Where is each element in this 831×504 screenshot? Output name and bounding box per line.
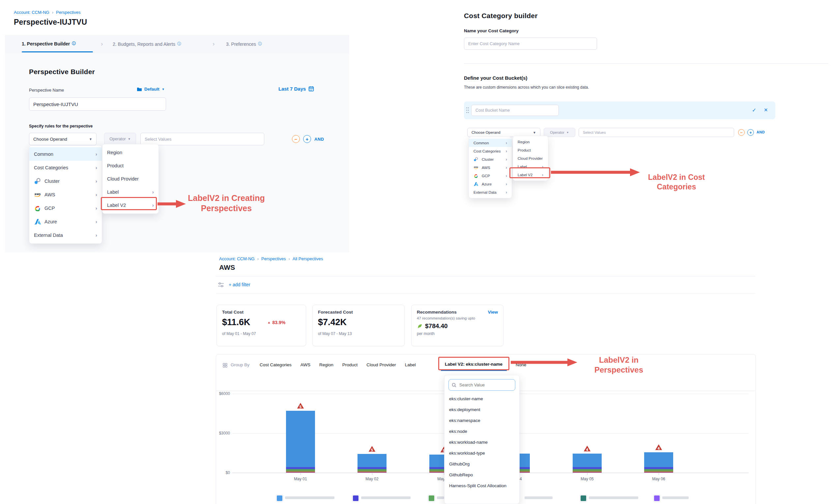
perspective-name-label: Perspective Name xyxy=(29,88,64,93)
submenu-item-cloud-provider[interactable]: Cloud Provider xyxy=(513,154,548,162)
tab-budgets-reports-alerts[interactable]: 2. Budgets, Reports and Alertsⓘ xyxy=(113,41,181,47)
menu-item-common[interactable]: Common› xyxy=(469,139,512,147)
value-option-eks-workload-name[interactable]: eks:workload-name xyxy=(445,437,519,448)
group-by-cloud-provider[interactable]: Cloud Provider xyxy=(366,362,396,367)
menu-item-cost-categories[interactable]: Cost Categories› xyxy=(469,147,512,155)
submenu-item-region[interactable]: Region xyxy=(103,146,159,159)
chevron-right-icon: › xyxy=(542,173,543,177)
menu-item-aws[interactable]: awsAWS› xyxy=(469,164,512,172)
chevron-right-icon: › xyxy=(506,157,507,162)
recommendations-subtitle: 47 recommendation(s) saving upto xyxy=(417,316,498,320)
submenu-item-label: Region xyxy=(518,140,529,144)
submenu-item-product[interactable]: Product xyxy=(513,146,548,154)
breadcrumb-all-perspectives-link[interactable]: All Perspectives xyxy=(293,256,323,261)
group-by-aws[interactable]: AWS xyxy=(300,362,310,367)
cc-operator-select[interactable]: Operator▼ xyxy=(544,128,575,137)
value-option-eks-deployment[interactable]: eks:deployment xyxy=(445,404,519,415)
group-by-label[interactable]: Label xyxy=(405,362,416,367)
value-option-githuborg[interactable]: GithubOrg xyxy=(445,458,519,469)
submenu-item-label[interactable]: Label› xyxy=(103,185,159,199)
card-title: Recommendations xyxy=(417,309,457,315)
bucket-name-input[interactable] xyxy=(471,105,559,116)
menu-item-label: External Data xyxy=(474,190,496,195)
breadcrumb-perspectives-link[interactable]: Perspectives xyxy=(261,256,286,261)
add-filter-button[interactable]: + add filter xyxy=(229,282,251,287)
menu-item-cluster[interactable]: Cluster› xyxy=(469,155,512,164)
search-value-field[interactable] xyxy=(449,379,515,391)
breadcrumb-perspectives-link[interactable]: Perspectives xyxy=(56,10,80,15)
value-option-eks-namespace[interactable]: eks:namespace xyxy=(445,415,519,426)
select-values-input[interactable] xyxy=(140,133,264,145)
breadcrumb-account-link[interactable]: Account: CCM-NG xyxy=(14,10,50,15)
submenu-item-label: Region xyxy=(107,150,122,155)
submenu-item-label: Product xyxy=(518,148,531,152)
cc-name-input[interactable] xyxy=(464,37,597,50)
cc-add-rule-button[interactable]: + xyxy=(747,129,754,136)
date-range-picker[interactable]: Last 7 Days xyxy=(279,86,314,92)
submenu-item-product[interactable]: Product xyxy=(103,159,159,172)
select-values-field[interactable] xyxy=(140,133,264,145)
add-rule-button[interactable]: + xyxy=(303,135,311,143)
annotation-perspectives: LabelV2 in Perspectives xyxy=(584,355,654,375)
cost-delta: ▲ 83.9% xyxy=(267,320,286,325)
submenu-item-region[interactable]: Region xyxy=(513,138,548,146)
menu-item-external-data[interactable]: External Data› xyxy=(469,188,512,196)
filter-icon[interactable] xyxy=(218,282,224,288)
menu-item-label: Common xyxy=(474,141,489,145)
value-option-eks-workload-type[interactable]: eks:workload-type xyxy=(445,448,519,458)
operator-select[interactable]: Operator▼ xyxy=(104,133,136,145)
chevron-right-icon: › xyxy=(542,165,543,169)
confirm-check-icon[interactable]: ✓ xyxy=(752,107,756,113)
cc-operand-menu: Common›Cost Categories›Cluster›awsAWS›GC… xyxy=(468,137,512,198)
choose-operand-select[interactable]: Choose Operand▼ xyxy=(29,133,96,145)
cc-select-values-field[interactable] xyxy=(579,128,734,137)
value-option-harness-split-cost-allocation[interactable]: Harness-Split Cost Allocation xyxy=(445,480,519,491)
bucket-name-field[interactable] xyxy=(471,105,559,116)
value-dropdown-panel: eks:cluster-nameeks:deploymenteks:namesp… xyxy=(444,375,520,504)
tab-preferences[interactable]: 3. Preferencesⓘ xyxy=(226,41,262,47)
group-by-items: Cost CategoriesAWSRegionProductCloud Pro… xyxy=(260,362,416,367)
menu-item-gcp[interactable]: GCP› xyxy=(29,201,102,215)
search-value-input[interactable] xyxy=(459,382,513,388)
value-option-eks-node[interactable]: eks:node xyxy=(445,426,519,437)
menu-item-cost-categories[interactable]: Cost Categories› xyxy=(29,161,102,174)
chevron-right-icon: › xyxy=(95,205,97,211)
bucket-desc: These are custom dimensions across which… xyxy=(464,85,589,90)
tab-perspective-builder[interactable]: 1. Perspective Builderⓘ xyxy=(22,41,76,47)
submenu-item-cloud-provider[interactable]: Cloud Provider xyxy=(103,172,159,185)
view-link[interactable]: View xyxy=(488,309,498,315)
forecasted-cost-value: $7.42K xyxy=(318,317,399,327)
cc-name-field[interactable] xyxy=(464,37,597,50)
group-by-region[interactable]: Region xyxy=(319,362,334,367)
chevron-right-icon: › xyxy=(95,192,97,198)
submenu-item-label-v2[interactable]: Label V2› xyxy=(103,199,159,212)
submenu-item-label: Label V2 xyxy=(107,203,126,208)
operand-menu: Common›Cost Categories›Cluster›awsAWS›GC… xyxy=(29,145,102,244)
menu-item-external-data[interactable]: External Data› xyxy=(29,228,102,242)
info-icon: ⓘ xyxy=(177,41,181,47)
cancel-x-icon[interactable]: ✕ xyxy=(764,107,768,113)
submenu-item-label-v2[interactable]: Label V2› xyxy=(513,171,548,179)
menu-item-azure[interactable]: Azure› xyxy=(469,180,512,188)
menu-item-aws[interactable]: awsAWS› xyxy=(29,188,102,201)
remove-rule-button[interactable]: − xyxy=(292,135,300,143)
value-option-eks-cluster-name[interactable]: eks:cluster-name xyxy=(445,393,519,404)
group-by-product[interactable]: Product xyxy=(342,362,358,367)
card-period: of May 07 - May 13 xyxy=(318,331,399,336)
cc-remove-rule-button[interactable]: − xyxy=(738,129,745,136)
chevron-right-icon: › xyxy=(506,190,507,195)
perspective-name-field[interactable] xyxy=(29,97,166,111)
folder-selector[interactable]: Default ▼ xyxy=(137,87,165,92)
drag-handle-icon[interactable] xyxy=(466,107,469,114)
menu-item-cluster[interactable]: Cluster› xyxy=(29,174,102,188)
group-by-cost-categories[interactable]: Cost Categories xyxy=(260,362,292,367)
cc-select-values-input[interactable] xyxy=(579,128,734,137)
value-option-githubrepo[interactable]: GithubRepo xyxy=(445,469,519,480)
menu-item-azure[interactable]: Azure› xyxy=(29,215,102,228)
menu-item-gcp[interactable]: GCP› xyxy=(469,172,512,180)
submenu-item-label[interactable]: Label› xyxy=(513,162,548,171)
breadcrumb-account-link[interactable]: Account: CCM-NG xyxy=(219,256,255,261)
perspective-name-input[interactable] xyxy=(29,97,166,111)
group-by-selected-labelv2[interactable]: Label V2: eks:cluster-name xyxy=(439,359,508,369)
menu-item-common[interactable]: Common› xyxy=(29,147,102,161)
